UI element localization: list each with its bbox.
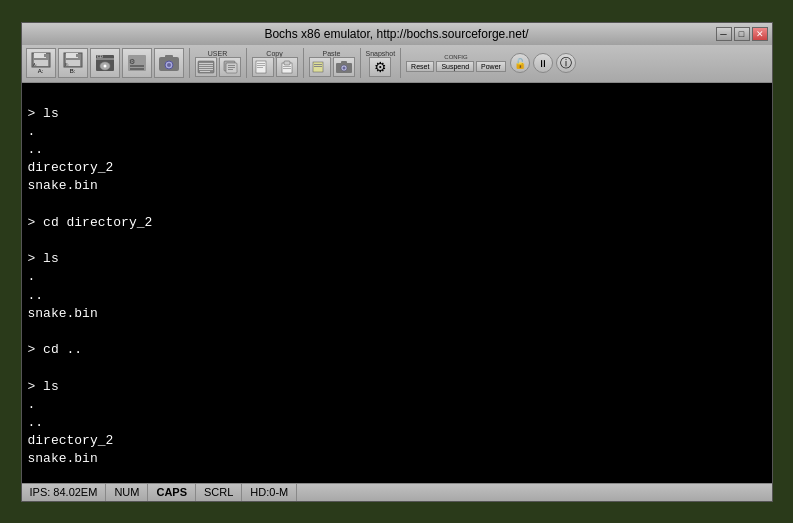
power-icon-button[interactable]: ⓘ	[556, 53, 576, 73]
svg-rect-28	[200, 71, 210, 72]
svg-rect-20	[165, 55, 173, 59]
svg-rect-32	[228, 67, 235, 68]
user-group: USER	[195, 50, 241, 77]
svg-text:A:: A:	[33, 62, 37, 67]
minimize-button[interactable]: ─	[716, 27, 732, 41]
camera-btn[interactable]	[333, 57, 355, 77]
suspend-icon-button[interactable]: ⏸	[533, 53, 553, 73]
separator-5	[400, 48, 401, 78]
num-status: NUM	[106, 484, 148, 501]
svg-rect-25	[199, 65, 213, 66]
cdrom-button[interactable]: CD	[90, 48, 120, 78]
config-icon-btn[interactable]: ⚙	[369, 57, 391, 77]
action-buttons: CONFIG Reset Suspend Power	[406, 54, 506, 72]
camera-icon	[335, 60, 353, 74]
terminal-output[interactable]: > ls . .. directory_2 snake.bin > cd dir…	[22, 83, 772, 483]
config-top-label: CONFIG	[406, 54, 506, 60]
paste-icon	[278, 60, 296, 74]
user-icons	[195, 57, 241, 77]
config-button[interactable]: ⚙	[122, 48, 152, 78]
reset-button[interactable]: Reset	[406, 61, 434, 72]
copy-btn[interactable]	[252, 57, 274, 77]
paste-group: Paste	[309, 50, 355, 77]
paste-label: Paste	[323, 50, 341, 57]
paste-doc-btn[interactable]	[309, 57, 331, 77]
copy-doc-icon	[254, 60, 272, 74]
svg-text:B:: B:	[65, 62, 69, 67]
svg-text:CD: CD	[97, 54, 103, 59]
emulator-window: Bochs x86 emulator, http://bochs.sourcef…	[21, 22, 773, 502]
scrl-status: SCRL	[196, 484, 242, 501]
keyboard-icon	[197, 60, 215, 74]
svg-point-22	[167, 63, 171, 67]
svg-rect-31	[228, 65, 235, 66]
snapshot-icons: ⚙	[369, 57, 391, 77]
lock-button[interactable]: 🔓	[510, 53, 530, 73]
svg-rect-3	[44, 54, 46, 57]
svg-rect-40	[283, 66, 291, 67]
action-btn-row: Reset Suspend Power	[406, 61, 506, 72]
ips-status: IPS: 84.02EM	[22, 484, 107, 501]
svg-rect-37	[257, 67, 263, 68]
svg-rect-35	[257, 63, 265, 64]
copy-label: Copy	[266, 50, 282, 57]
snapshot-group: Snapshot ⚙	[366, 50, 396, 77]
snapshot-label: Snapshot	[366, 50, 396, 57]
separator-2	[246, 48, 247, 78]
svg-rect-18	[130, 68, 144, 70]
svg-point-13	[103, 65, 106, 68]
keyboard-icon-btn[interactable]	[195, 57, 217, 77]
svg-rect-36	[257, 65, 265, 66]
svg-rect-8	[76, 54, 78, 57]
paste-icons	[309, 57, 355, 77]
power-button[interactable]: Power	[476, 61, 506, 72]
copy-group: Copy	[252, 50, 298, 77]
config-icon: ⚙	[127, 54, 147, 72]
window-title: Bochs x86 emulator, http://bochs.sourcef…	[264, 27, 528, 41]
svg-text:⚙: ⚙	[129, 58, 135, 65]
terminal-content: > ls . .. directory_2 snake.bin > cd dir…	[28, 106, 153, 483]
cdrom-icon: CD	[95, 54, 115, 72]
titlebar: Bochs x86 emulator, http://bochs.sourcef…	[22, 23, 772, 45]
svg-rect-44	[314, 66, 322, 67]
user-label: USER	[208, 50, 227, 57]
power-icons: 🔓 ⏸ ⓘ	[510, 53, 576, 73]
separator-3	[303, 48, 304, 78]
floppy-b-icon: B:	[63, 52, 83, 68]
statusbar: IPS: 84.02EM NUM CAPS SCRL HD:0-M	[22, 483, 772, 501]
floppy-b-button[interactable]: B: B:	[58, 48, 88, 78]
titlebar-controls: ─ □ ✕	[716, 27, 768, 41]
copy-icon	[221, 60, 239, 74]
copy-icons	[252, 57, 298, 77]
separator-4	[360, 48, 361, 78]
svg-rect-27	[199, 69, 213, 70]
toolbar: A: A: B: B:	[22, 45, 772, 83]
snapshot-button[interactable]	[154, 48, 184, 78]
svg-rect-24	[199, 63, 213, 64]
svg-point-47	[342, 66, 345, 69]
svg-rect-43	[314, 64, 322, 65]
paste-btn[interactable]	[276, 57, 298, 77]
svg-rect-39	[284, 61, 290, 65]
separator-1	[189, 48, 190, 78]
snapshot-icon	[158, 54, 180, 72]
svg-rect-41	[283, 68, 291, 69]
svg-rect-48	[341, 61, 347, 64]
caps-status: CAPS	[148, 484, 196, 501]
suspend-button[interactable]: Suspend	[436, 61, 474, 72]
copy-icon-btn[interactable]	[219, 57, 241, 77]
maximize-button[interactable]: □	[734, 27, 750, 41]
paste-doc-icon	[311, 60, 329, 74]
floppy-a-button[interactable]: A: A:	[26, 48, 56, 78]
svg-rect-26	[199, 67, 213, 68]
svg-rect-33	[228, 69, 233, 70]
svg-rect-17	[130, 65, 144, 67]
hd-status: HD:0-M	[242, 484, 297, 501]
floppy-a-icon: A:	[31, 52, 51, 68]
close-button[interactable]: ✕	[752, 27, 768, 41]
